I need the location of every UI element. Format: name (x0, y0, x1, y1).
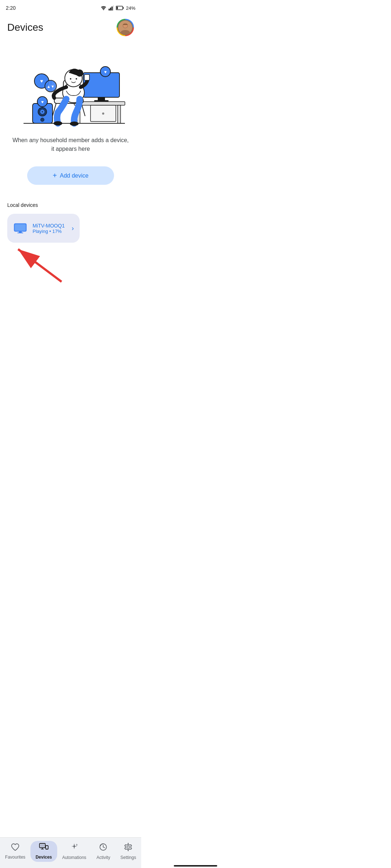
svg-rect-48 (15, 224, 26, 231)
red-arrow-svg (7, 246, 72, 285)
illustration-container: ♥ (0, 42, 141, 129)
page-title: Devices (7, 22, 43, 33)
local-devices-label: Local devices (0, 198, 141, 211)
local-devices-section: Local devices MiTV-MOOQ1 Playing • 17% (0, 198, 141, 289)
svg-rect-3 (112, 7, 113, 10)
tv-icon (14, 223, 27, 233)
status-time: 2:20 (6, 5, 16, 11)
add-icon: + (53, 171, 57, 180)
svg-point-30 (76, 69, 83, 77)
svg-point-32 (76, 78, 77, 80)
wifi-icon (101, 6, 106, 10)
svg-rect-18 (118, 105, 121, 123)
device-info: MiTV-MOOQ1 Playing • 17% (33, 223, 65, 234)
signal-icon (109, 5, 114, 10)
svg-rect-50 (17, 233, 23, 233)
svg-text:♥: ♥ (104, 69, 106, 75)
svg-rect-2 (110, 8, 111, 10)
battery-icon (116, 6, 124, 10)
smart-home-illustration: ♥ (13, 46, 129, 129)
svg-rect-1 (109, 9, 110, 10)
svg-text:♥: ♥ (40, 78, 43, 84)
add-device-label: Add device (60, 173, 88, 179)
header: Devices (0, 14, 141, 42)
svg-point-36 (42, 111, 43, 112)
add-device-button[interactable]: + Add device (27, 166, 114, 185)
avatar-image (118, 20, 133, 35)
svg-rect-6 (123, 7, 123, 9)
svg-point-37 (41, 118, 44, 122)
device-name: MiTV-MOOQ1 (33, 223, 65, 229)
svg-text:♥: ♥ (41, 99, 43, 105)
device-status: Playing • 17% (33, 229, 65, 234)
svg-rect-28 (84, 75, 89, 80)
main-content: ♥ (0, 42, 141, 322)
status-icons: 24% (101, 5, 135, 11)
chevron-right-icon: › (72, 225, 74, 232)
device-icon-wrap (13, 221, 28, 235)
status-bar: 2:20 24% (0, 0, 141, 14)
svg-rect-7 (116, 7, 118, 9)
device-card[interactable]: MiTV-MOOQ1 Playing • 17% › (7, 214, 80, 243)
avatar[interactable] (117, 19, 134, 36)
svg-rect-12 (98, 97, 105, 100)
svg-rect-4 (113, 5, 114, 10)
battery-percent: 24% (126, 5, 135, 11)
svg-text:▲▼: ▲▼ (47, 84, 55, 89)
svg-line-52 (18, 249, 62, 282)
svg-point-20 (102, 112, 104, 115)
svg-point-31 (70, 78, 71, 80)
svg-point-0 (103, 9, 104, 10)
empty-state-description: When any household member adds a device,… (0, 129, 141, 157)
svg-rect-49 (19, 231, 22, 233)
annotation-arrow (7, 246, 141, 289)
device-card-left: MiTV-MOOQ1 Playing • 17% (13, 221, 65, 235)
